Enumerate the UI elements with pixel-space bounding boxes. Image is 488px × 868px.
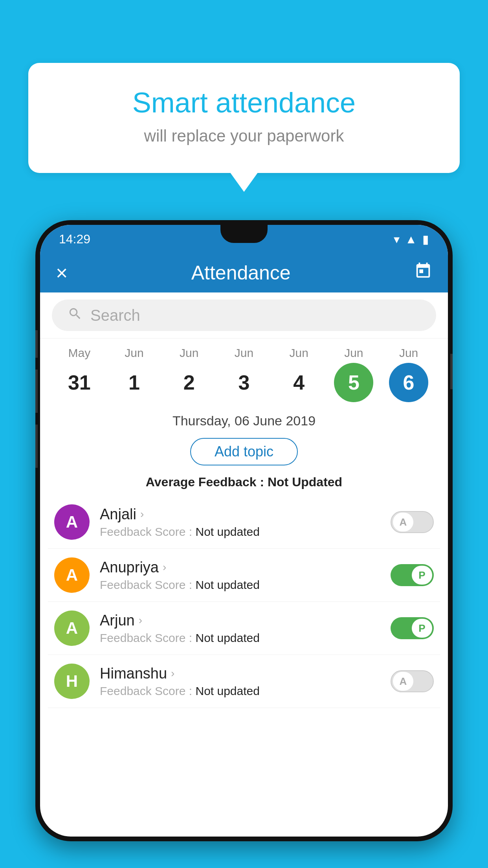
cal-day-number: 1: [115, 363, 154, 402]
speech-bubble: Smart attendance will replace your paper…: [28, 63, 460, 173]
calendar-day-4[interactable]: Jun4: [275, 346, 323, 402]
student-name[interactable]: Anupriya ›: [100, 559, 391, 576]
avg-feedback: Average Feedback : Not Updated: [40, 471, 448, 496]
calendar-day-1[interactable]: Jun1: [111, 346, 158, 402]
chevron-icon: ›: [140, 508, 144, 520]
search-bar[interactable]: Search: [52, 300, 436, 331]
student-name[interactable]: Himanshu ›: [100, 665, 391, 682]
feedback-score: Feedback Score : Not updated: [100, 578, 391, 592]
attendance-toggle[interactable]: P: [391, 617, 434, 639]
add-topic-container: Add topic: [40, 432, 448, 471]
cal-day-number: 31: [60, 363, 99, 402]
chevron-icon: ›: [171, 667, 174, 680]
avatar: A: [54, 504, 90, 540]
cal-month-label: Jun: [235, 346, 253, 360]
student-item-1: AAnupriya ›Feedback Score : Not updatedP: [48, 549, 440, 602]
phone-frame: 14:29 ▾ ▲ ▮ × Attendance: [35, 220, 453, 841]
student-item-2: AArjun ›Feedback Score : Not updatedP: [48, 602, 440, 655]
cal-day-number: 6: [389, 363, 428, 402]
calendar-day-0[interactable]: May31: [56, 346, 103, 402]
student-name[interactable]: Arjun ›: [100, 612, 391, 629]
toggle-container: A: [391, 670, 434, 692]
toggle-knob: P: [412, 566, 432, 585]
feedback-score: Feedback Score : Not updated: [100, 525, 391, 539]
cal-month-label: Jun: [344, 346, 363, 360]
battery-icon: ▮: [422, 232, 429, 246]
calendar-day-6[interactable]: Jun6: [385, 346, 432, 402]
search-icon: [68, 306, 83, 325]
search-placeholder: Search: [90, 307, 140, 324]
toggle-container: P: [391, 617, 434, 639]
bubble-subtitle: will replace your paperwork: [60, 127, 428, 145]
bubble-title: Smart attendance: [60, 86, 428, 119]
calendar-day-2[interactable]: Jun2: [165, 346, 213, 402]
toggle-knob: A: [393, 513, 413, 531]
toggle-container: A: [391, 511, 434, 533]
cal-month-label: Jun: [180, 346, 198, 360]
student-info: Anupriya ›Feedback Score : Not updated: [100, 559, 391, 592]
close-button[interactable]: ×: [56, 261, 68, 285]
cal-day-number: 4: [279, 363, 319, 402]
side-button-left-2: [35, 370, 38, 413]
speech-bubble-container: Smart attendance will replace your paper…: [28, 63, 460, 173]
avg-feedback-label: Average Feedback :: [146, 475, 264, 489]
student-item-3: HHimanshu ›Feedback Score : Not updatedA: [48, 655, 440, 708]
avatar: A: [54, 611, 90, 646]
selected-date: Thursday, 06 June 2019: [40, 402, 448, 432]
student-item-0: AAnjali ›Feedback Score : Not updatedA: [48, 496, 440, 549]
wifi-icon: ▾: [394, 232, 400, 246]
notch: [220, 225, 268, 243]
calendar-row: May31Jun1Jun2Jun3Jun4Jun5Jun6: [40, 338, 448, 402]
cal-day-number: 5: [334, 363, 373, 402]
cal-month-label: May: [68, 346, 91, 360]
calendar-day-3[interactable]: Jun3: [220, 346, 268, 402]
cal-day-number: 3: [224, 363, 264, 402]
student-info: Arjun ›Feedback Score : Not updated: [100, 612, 391, 645]
toggle-knob: A: [393, 672, 413, 691]
status-time: 14:29: [59, 232, 90, 246]
cal-month-label: Jun: [289, 346, 308, 360]
student-info: Himanshu ›Feedback Score : Not updated: [100, 665, 391, 698]
side-button-left-1: [35, 330, 38, 358]
student-list: AAnjali ›Feedback Score : Not updatedAAA…: [40, 496, 448, 708]
calendar-day-5[interactable]: Jun5: [330, 346, 377, 402]
feedback-score: Feedback Score : Not updated: [100, 631, 391, 645]
chevron-icon: ›: [163, 561, 166, 574]
cal-day-number: 2: [169, 363, 209, 402]
calendar-icon[interactable]: [414, 262, 432, 284]
toggle-container: P: [391, 564, 434, 586]
add-topic-button[interactable]: Add topic: [190, 438, 298, 465]
cal-month-label: Jun: [125, 346, 143, 360]
avatar: H: [54, 664, 90, 699]
feedback-score: Feedback Score : Not updated: [100, 684, 391, 698]
cal-month-label: Jun: [399, 346, 418, 360]
header-title: Attendance: [191, 261, 291, 284]
avatar: A: [54, 557, 90, 593]
avg-feedback-value: Not Updated: [268, 475, 342, 489]
attendance-toggle[interactable]: A: [391, 670, 434, 692]
chevron-icon: ›: [139, 614, 142, 627]
signal-icon: ▲: [405, 232, 417, 246]
search-container: Search: [40, 292, 448, 338]
side-button-left-3: [35, 425, 38, 468]
attendance-toggle[interactable]: P: [391, 564, 434, 586]
toggle-knob: P: [412, 619, 432, 638]
student-name[interactable]: Anjali ›: [100, 506, 391, 523]
attendance-toggle[interactable]: A: [391, 511, 434, 533]
student-info: Anjali ›Feedback Score : Not updated: [100, 506, 391, 539]
phone-screen: 14:29 ▾ ▲ ▮ × Attendance: [40, 225, 448, 837]
side-button-right: [450, 354, 453, 389]
status-icons: ▾ ▲ ▮: [394, 232, 429, 246]
app-header: × Attendance: [40, 253, 448, 292]
